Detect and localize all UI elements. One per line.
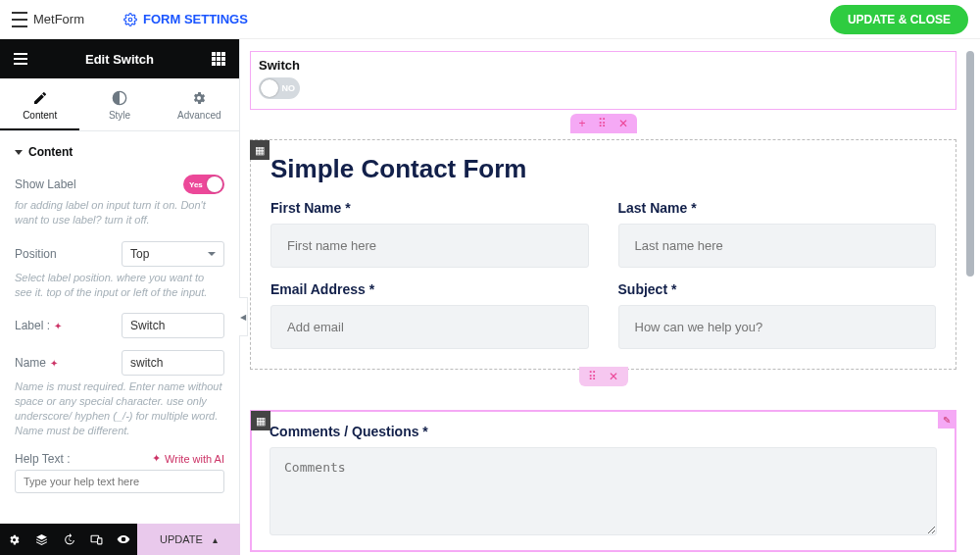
email-label: Email Address * <box>270 281 589 297</box>
label-input[interactable] <box>122 313 224 338</box>
toggle-value: Yes <box>189 180 203 189</box>
last-name-input[interactable] <box>618 224 937 268</box>
help-text-input[interactable] <box>15 470 224 493</box>
name-help: Name is must required. Enter name withou… <box>15 379 224 443</box>
form-title: Simple Contact Form <box>270 154 936 184</box>
tab-style[interactable]: Style <box>79 78 159 130</box>
show-label-label: Show Label <box>15 177 76 191</box>
section-content-toggle[interactable]: Content <box>15 131 224 167</box>
switch-toggle[interactable]: NO <box>259 77 300 99</box>
comments-widget[interactable]: ▦ ✎ Comments / Questions * <box>250 410 956 552</box>
settings-button[interactable] <box>0 524 27 555</box>
scrollbar[interactable] <box>966 51 976 551</box>
tab-content-label: Content <box>23 110 57 121</box>
circle-half-icon <box>112 90 127 106</box>
write-with-ai-button[interactable]: ✦ Write with AI <box>152 452 224 465</box>
svg-rect-3 <box>97 537 101 543</box>
comments-label: Comments / Questions * <box>270 424 937 439</box>
bottom-bar: UPDATE ▴ <box>0 524 240 555</box>
control-label-field: Label : ✦ <box>15 305 224 342</box>
email-input[interactable] <box>270 305 589 349</box>
chevron-up-icon: ▴ <box>213 534 218 545</box>
close-icon[interactable]: ✕ <box>609 370 618 383</box>
history-icon <box>63 533 75 546</box>
sparkle-icon: ✦ <box>152 452 161 465</box>
section-controls: + ⠿ ✕ <box>570 114 637 133</box>
preview-button[interactable] <box>110 524 137 555</box>
name-field-label: Name ✦ <box>15 356 58 370</box>
field-last-name: Last Name * <box>618 200 937 268</box>
position-select[interactable]: Top <box>122 241 224 267</box>
close-icon[interactable]: ✕ <box>618 117 628 130</box>
panel-header: Edit Switch <box>0 39 239 78</box>
app-name: MetForm <box>33 12 84 26</box>
history-button[interactable] <box>55 524 82 555</box>
field-email: Email Address * <box>270 281 589 349</box>
show-label-help: for adding label on input turn it on. Do… <box>15 198 224 233</box>
first-name-label: First Name * <box>270 200 589 216</box>
inner-section-controls-wrap: ⠿ ✕ <box>250 369 956 392</box>
top-bar: MetForm FORM SETTINGS UPDATE & CLOSE <box>0 0 980 39</box>
sparkle-icon[interactable]: ✦ <box>54 321 62 331</box>
gear-icon <box>191 90 207 106</box>
switch-label: Switch <box>259 58 948 73</box>
switch-widget[interactable]: Switch NO <box>250 51 956 110</box>
eye-icon <box>117 532 130 546</box>
navigator-button[interactable] <box>27 524 55 555</box>
top-bar-left: MetForm FORM SETTINGS <box>12 12 248 27</box>
update-button[interactable]: UPDATE ▴ <box>137 524 240 555</box>
position-label: Position <box>15 247 57 261</box>
menu-button[interactable] <box>12 50 29 68</box>
gear-icon <box>123 13 137 26</box>
help-text-label: Help Text : <box>15 452 70 466</box>
caret-down-icon <box>15 150 23 155</box>
tab-style-label: Style <box>109 110 130 121</box>
tab-advanced[interactable]: Advanced <box>160 78 239 130</box>
column-handle-icon[interactable]: ▦ <box>250 140 270 160</box>
caret-down-icon <box>208 252 216 256</box>
sparkle-icon[interactable]: ✦ <box>50 358 58 369</box>
update-close-button[interactable]: UPDATE & CLOSE <box>830 5 968 34</box>
canvas[interactable]: Switch NO + ⠿ ✕ ▦ Simple Contact Form <box>240 39 980 555</box>
scrollbar-thumb[interactable] <box>966 51 974 277</box>
widgets-button[interactable] <box>210 50 227 68</box>
column-handle-icon[interactable]: ▦ <box>251 411 270 430</box>
first-name-input[interactable] <box>270 224 589 268</box>
app-logo[interactable]: MetForm <box>12 12 84 27</box>
tab-content[interactable]: Content <box>0 78 79 130</box>
label-field-label: Label : ✦ <box>15 319 62 332</box>
grid-icon <box>212 52 225 66</box>
drag-handle-icon[interactable]: ⠿ <box>588 370 597 383</box>
inner-section-controls: ⠿ ✕ <box>579 367 628 386</box>
add-section-button[interactable]: + <box>578 117 585 130</box>
position-help: Select label position. where you want to… <box>15 271 224 306</box>
control-help-text: Help Text : ✦ Write with AI <box>15 444 224 470</box>
panel-tabs: Content Style Advanced <box>0 78 239 131</box>
drag-handle-icon[interactable]: ⠿ <box>598 117 607 130</box>
subject-label: Subject * <box>618 281 937 297</box>
main: Edit Switch Content Style Advanced Con <box>0 39 980 555</box>
devices-icon <box>90 533 103 546</box>
sidebar: Edit Switch Content Style Advanced Con <box>0 39 240 555</box>
comments-textarea[interactable] <box>270 447 937 535</box>
edit-widget-button[interactable]: ✎ <box>938 411 956 429</box>
hamburger-icon <box>14 53 27 65</box>
layers-icon <box>35 533 48 546</box>
control-name-field: Name ✦ <box>15 342 224 379</box>
responsive-button[interactable] <box>82 524 110 555</box>
name-input[interactable] <box>122 350 224 376</box>
panel-body: Content Show Label Yes for adding label … <box>0 131 239 555</box>
svg-point-0 <box>128 18 132 22</box>
show-label-toggle[interactable]: Yes <box>183 175 224 194</box>
pencil-icon <box>32 90 48 106</box>
hamburger-e-icon <box>12 12 27 27</box>
canvas-area: Switch NO + ⠿ ✕ ▦ Simple Contact Form <box>240 39 980 555</box>
panel-title: Edit Switch <box>85 52 154 67</box>
last-name-label: Last Name * <box>618 200 937 216</box>
section-title-label: Content <box>28 145 73 159</box>
form-section[interactable]: ▦ Simple Contact Form First Name * Last … <box>250 139 956 370</box>
subject-input[interactable] <box>618 305 937 349</box>
gear-icon <box>8 533 21 546</box>
form-settings-button[interactable]: FORM SETTINGS <box>123 12 248 26</box>
position-value: Top <box>130 247 149 261</box>
